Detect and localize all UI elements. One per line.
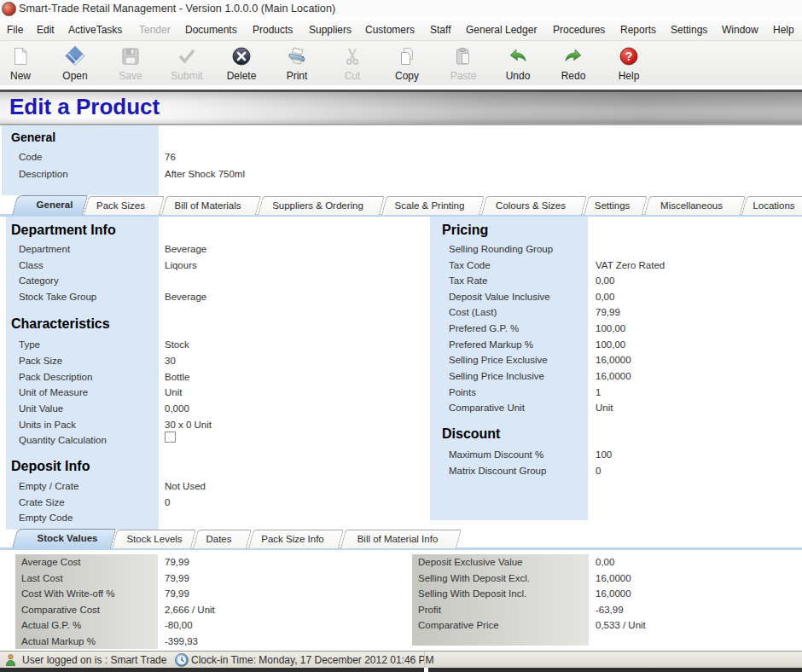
svg-text:?: ? [625, 49, 633, 63]
